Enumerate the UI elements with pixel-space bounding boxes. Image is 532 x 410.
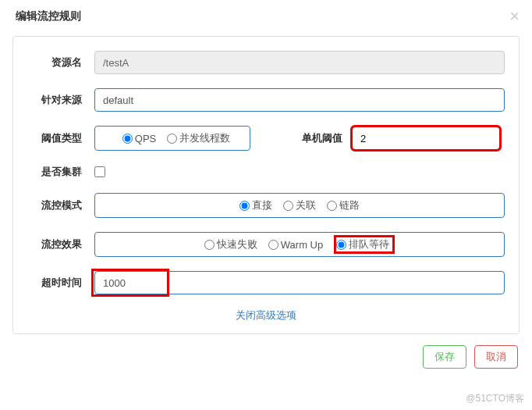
threshold-type-label: 阈值类型: [27, 131, 94, 145]
mode-label: 流控模式: [27, 198, 94, 212]
effect-fastfail[interactable]: 快速失败: [204, 237, 257, 251]
mode-direct[interactable]: 直接: [239, 198, 272, 212]
threshold-type-threads[interactable]: 并发线程数: [167, 131, 230, 145]
timeout-input[interactable]: [94, 271, 505, 294]
mode-chain[interactable]: 链路: [327, 198, 360, 212]
effect-warmup[interactable]: Warm Up: [268, 239, 323, 251]
mode-relate[interactable]: 关联: [283, 198, 316, 212]
effect-group: 快速失败 Warm Up 排队等待: [94, 232, 505, 257]
mode-group: 直接 关联 链路: [94, 193, 505, 218]
single-threshold-input[interactable]: [352, 127, 500, 150]
source-label: 针对来源: [27, 93, 94, 107]
source-input[interactable]: [94, 88, 505, 112]
toggle-advanced-link[interactable]: 关闭高级选项: [27, 308, 505, 323]
cluster-label: 是否集群: [27, 165, 94, 179]
modal-footer: 保存 取消: [0, 342, 532, 378]
effect-label: 流控效果: [27, 237, 94, 251]
timeout-label: 超时时间: [27, 276, 94, 290]
cluster-checkbox[interactable]: [94, 166, 105, 177]
watermark-text: @51CTO博客: [466, 392, 524, 405]
effect-queue[interactable]: 排队等待: [336, 237, 389, 251]
close-icon[interactable]: ×: [509, 6, 520, 27]
resource-label: 资源名: [27, 55, 94, 70]
cancel-button[interactable]: 取消: [474, 345, 518, 369]
resource-input[interactable]: [94, 51, 505, 74]
modal-title: 编辑流控规则: [0, 0, 532, 33]
form-panel: 资源名 针对来源 阈值类型 QPS 并发线程数 单机阈值 是否集群 流控模式 直…: [12, 36, 520, 334]
save-button[interactable]: 保存: [423, 345, 466, 369]
threshold-type-group: QPS 并发线程数: [94, 126, 250, 151]
threshold-type-qps[interactable]: QPS: [122, 133, 156, 144]
single-threshold-label: 单机阈值: [282, 131, 352, 145]
